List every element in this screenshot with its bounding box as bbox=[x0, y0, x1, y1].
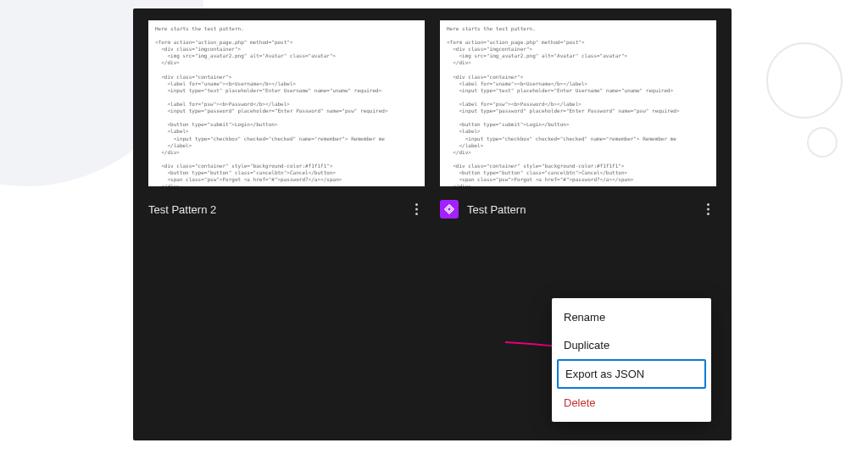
caption-row: Test Pattern bbox=[440, 198, 716, 220]
caption-row: Test Pattern 2 bbox=[148, 198, 425, 220]
app-icon bbox=[440, 200, 459, 219]
background-ring-large bbox=[766, 42, 843, 119]
card-title: Test Pattern bbox=[467, 203, 691, 216]
svg-point-1 bbox=[415, 208, 418, 211]
diamond-icon bbox=[443, 203, 455, 215]
cards-row: Here starts the test pattern. <form acti… bbox=[148, 20, 716, 220]
pattern-card-right[interactable]: Here starts the test pattern. <form acti… bbox=[440, 20, 716, 220]
card-title: Test Pattern 2 bbox=[148, 203, 399, 216]
kebab-icon bbox=[415, 203, 418, 215]
more-actions-button[interactable] bbox=[699, 201, 716, 218]
menu-item-delete[interactable]: Delete bbox=[552, 389, 711, 417]
svg-point-4 bbox=[707, 208, 709, 211]
menu-item-rename[interactable]: Rename bbox=[552, 303, 711, 331]
svg-point-2 bbox=[415, 213, 418, 215]
pattern-card-left[interactable]: Here starts the test pattern. <form acti… bbox=[148, 20, 425, 220]
gallery-panel: Here starts the test pattern. <form acti… bbox=[133, 8, 732, 440]
more-actions-button[interactable] bbox=[408, 201, 425, 218]
svg-point-5 bbox=[707, 213, 709, 215]
preview-thumbnail: Here starts the test pattern. <form acti… bbox=[440, 20, 716, 186]
preview-thumbnail: Here starts the test pattern. <form acti… bbox=[148, 20, 425, 186]
menu-item-duplicate[interactable]: Duplicate bbox=[552, 331, 711, 359]
context-menu: Rename Duplicate Export as JSON Delete bbox=[552, 298, 711, 422]
menu-item-export-json[interactable]: Export as JSON bbox=[557, 359, 706, 389]
kebab-icon bbox=[707, 203, 709, 215]
background-ring-small bbox=[807, 127, 837, 158]
svg-point-3 bbox=[707, 203, 709, 206]
svg-point-0 bbox=[415, 203, 418, 206]
